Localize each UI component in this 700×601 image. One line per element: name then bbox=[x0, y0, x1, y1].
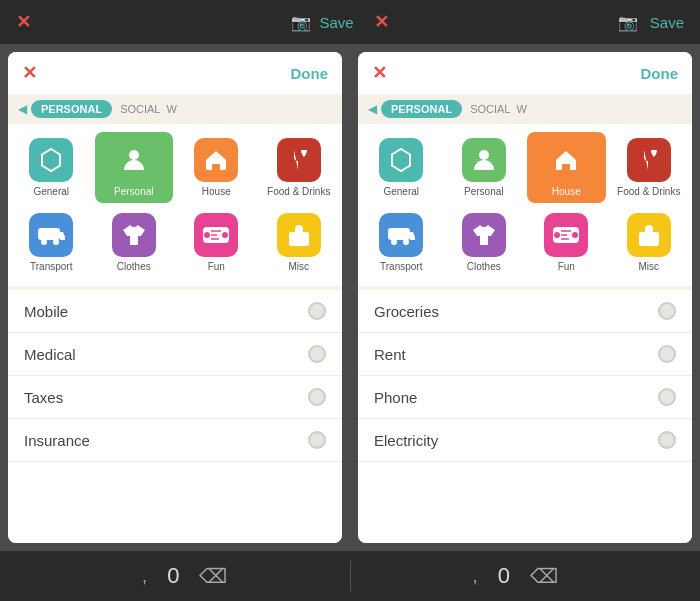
panel1-subcat-insurance[interactable]: Insurance bbox=[8, 419, 342, 462]
panel1-subcat-taxes-radio[interactable] bbox=[308, 388, 326, 406]
panel2-cat-house[interactable]: House bbox=[527, 132, 606, 203]
panel2-subcat-rent-radio[interactable] bbox=[658, 345, 676, 363]
panel2-personal-icon bbox=[462, 138, 506, 182]
panel1-tab-arrow: ◀ bbox=[18, 102, 27, 116]
svg-rect-1 bbox=[38, 228, 60, 240]
svg-point-14 bbox=[554, 232, 560, 238]
panel1-cat-misc[interactable]: Misc bbox=[260, 207, 339, 278]
panel1-subcat-mobile-radio[interactable] bbox=[308, 302, 326, 320]
panel1-tab-more: W bbox=[166, 103, 176, 115]
panel2-cat-general[interactable]: General bbox=[362, 132, 441, 203]
svg-rect-7 bbox=[289, 232, 309, 246]
panel1-general-icon bbox=[29, 138, 73, 182]
panel2-cat-fun[interactable]: Fun bbox=[527, 207, 606, 278]
panel1-subcat-insurance-radio[interactable] bbox=[308, 431, 326, 449]
camera-icon-left[interactable]: 📷 bbox=[291, 13, 311, 32]
panel1-food-icon bbox=[277, 138, 321, 182]
panel1-subcat-medical-label: Medical bbox=[24, 346, 76, 363]
panel1-subcat-taxes[interactable]: Taxes bbox=[8, 376, 342, 419]
panel2-subcat-phone[interactable]: Phone bbox=[358, 376, 692, 419]
panel2-clothes-icon bbox=[462, 213, 506, 257]
bottom-backspace-right[interactable]: ⌫ bbox=[530, 564, 558, 588]
bottom-section-right: , 0 ⌫ bbox=[351, 563, 681, 589]
camera-icon-right[interactable]: 📷 bbox=[618, 13, 638, 32]
panel2-subcat-groceries-label: Groceries bbox=[374, 303, 439, 320]
panel2-tabs-bar: ◀ PERSONAL SOCIAL W bbox=[358, 94, 692, 124]
panel2-general-icon bbox=[379, 138, 423, 182]
panel2-subcat-rent-label: Rent bbox=[374, 346, 406, 363]
svg-point-0 bbox=[129, 150, 139, 160]
panel2-tab-personal[interactable]: PERSONAL bbox=[381, 100, 462, 118]
panel2-header: ✕ Done bbox=[358, 52, 692, 94]
panel2-done-button[interactable]: Done bbox=[641, 65, 679, 82]
panel1-house-label: House bbox=[202, 186, 231, 197]
panel2-subcategory-list: Groceries Rent Phone Electricity bbox=[358, 290, 692, 543]
panel1-done-button[interactable]: Done bbox=[291, 65, 329, 82]
panel2-misc-icon bbox=[627, 213, 671, 257]
panel1-cat-house[interactable]: House bbox=[177, 132, 256, 203]
bottom-zero-right: 0 bbox=[498, 563, 510, 589]
bottom-backspace-left[interactable]: ⌫ bbox=[199, 564, 227, 588]
panel1-cat-fun[interactable]: Fun bbox=[177, 207, 256, 278]
panel1-clothes-label: Clothes bbox=[117, 261, 151, 272]
panel1-subcat-medical[interactable]: Medical bbox=[8, 333, 342, 376]
panel1-subcat-taxes-label: Taxes bbox=[24, 389, 63, 406]
svg-point-11 bbox=[391, 239, 397, 245]
panel1-subcat-mobile-label: Mobile bbox=[24, 303, 68, 320]
panel2-house-icon bbox=[544, 138, 588, 182]
save-button-left[interactable]: Save bbox=[319, 14, 353, 31]
panel2-cat-clothes[interactable]: Clothes bbox=[445, 207, 524, 278]
panel1-tabs-bar: ◀ PERSONAL SOCIAL W bbox=[8, 94, 342, 124]
panel1-cat-transport[interactable]: Transport bbox=[12, 207, 91, 278]
panel1-cat-personal[interactable]: Personal bbox=[95, 132, 174, 203]
bottom-comma-right: , bbox=[473, 566, 478, 587]
panel2-transport-label: Transport bbox=[380, 261, 422, 272]
panel1-subcat-mobile[interactable]: Mobile bbox=[8, 290, 342, 333]
panel2-transport-icon bbox=[379, 213, 423, 257]
left-close-button[interactable]: ✕ bbox=[16, 11, 31, 33]
panel1-fun-label: Fun bbox=[208, 261, 225, 272]
panel2-fun-label: Fun bbox=[558, 261, 575, 272]
panel1-transport-icon bbox=[29, 213, 73, 257]
save-button-right[interactable]: Save bbox=[650, 14, 684, 31]
panel1-subcat-medical-radio[interactable] bbox=[308, 345, 326, 363]
svg-point-2 bbox=[41, 239, 47, 245]
top-bar-right: 📷 Save bbox=[409, 13, 684, 32]
panel1-cat-clothes[interactable]: Clothes bbox=[95, 207, 174, 278]
panel2-subcat-electricity[interactable]: Electricity bbox=[358, 419, 692, 462]
svg-point-6 bbox=[222, 232, 228, 238]
panel2-misc-label: Misc bbox=[638, 261, 659, 272]
panel2-subcat-phone-radio[interactable] bbox=[658, 388, 676, 406]
panel2-tab-arrow: ◀ bbox=[368, 102, 377, 116]
panel2-subcat-rent[interactable]: Rent bbox=[358, 333, 692, 376]
bottom-bar: , 0 ⌫ , 0 ⌫ bbox=[0, 551, 700, 601]
panel2-cat-food[interactable]: Food & Drinks bbox=[610, 132, 689, 203]
bottom-zero-left: 0 bbox=[167, 563, 179, 589]
svg-point-15 bbox=[572, 232, 578, 238]
panel2-personal-label: Personal bbox=[464, 186, 503, 197]
svg-rect-10 bbox=[388, 228, 410, 240]
svg-point-12 bbox=[403, 239, 409, 245]
panel2-close-button[interactable]: ✕ bbox=[372, 62, 387, 84]
panel1-close-button[interactable]: ✕ bbox=[22, 62, 37, 84]
panel2-food-icon bbox=[627, 138, 671, 182]
panel2-cat-transport[interactable]: Transport bbox=[362, 207, 441, 278]
panel1-tab-personal[interactable]: PERSONAL bbox=[31, 100, 112, 118]
bottom-section-left: , 0 ⌫ bbox=[20, 563, 350, 589]
svg-rect-8 bbox=[295, 236, 303, 238]
panel2-clothes-label: Clothes bbox=[467, 261, 501, 272]
panel1-misc-label: Misc bbox=[288, 261, 309, 272]
panel2-categories-grid: General Personal House Foo bbox=[358, 124, 692, 286]
panel1-cat-food[interactable]: Food & Drinks bbox=[260, 132, 339, 203]
panel1-personal-label: Personal bbox=[114, 186, 153, 197]
panel1-cat-general[interactable]: General bbox=[12, 132, 91, 203]
panel2-cat-misc[interactable]: Misc bbox=[610, 207, 689, 278]
panel2-subcat-groceries-radio[interactable] bbox=[658, 302, 676, 320]
panel2-subcat-electricity-radio[interactable] bbox=[658, 431, 676, 449]
right-close-button[interactable]: ✕ bbox=[374, 11, 389, 33]
panel2-cat-personal[interactable]: Personal bbox=[445, 132, 524, 203]
panel2-tab-social[interactable]: SOCIAL bbox=[470, 103, 510, 115]
panel2-subcat-groceries[interactable]: Groceries bbox=[358, 290, 692, 333]
top-bar: ✕ 📷 Save ✕ 📷 Save bbox=[0, 0, 700, 44]
panel1-tab-social[interactable]: SOCIAL bbox=[120, 103, 160, 115]
